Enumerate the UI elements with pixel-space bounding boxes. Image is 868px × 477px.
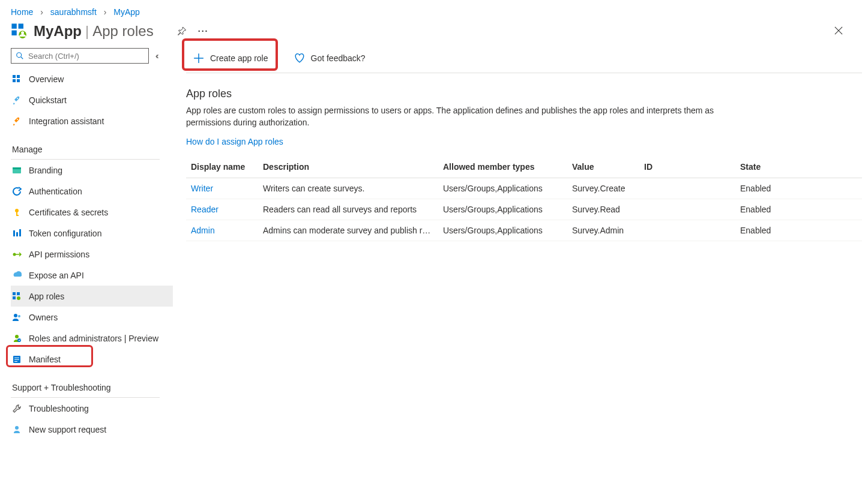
app-registration-icon (11, 23, 28, 40)
svg-rect-10 (17, 79, 20, 82)
rocket-blue-icon (12, 95, 22, 105)
search-icon (16, 52, 24, 60)
page-title-app: MyApp (34, 23, 82, 40)
roles-admin-icon (12, 334, 22, 343)
breadcrumb-app[interactable]: MyApp (113, 7, 140, 17)
sidebar-item-owners[interactable]: Owners (11, 307, 173, 328)
rocket-orange-icon (12, 116, 22, 126)
col-value[interactable]: Value (567, 158, 639, 178)
sidebar-item-label: Troubleshooting (29, 404, 89, 413)
key-icon (12, 208, 22, 217)
table-row[interactable]: Writer Writers can create surveys. Users… (186, 178, 862, 199)
svg-point-34 (15, 426, 19, 430)
col-id[interactable]: ID (639, 158, 735, 178)
cell-member-types: Users/Groups,Applications (438, 199, 567, 220)
sidebar-item-label: Manifest (29, 355, 61, 364)
svg-point-25 (17, 296, 20, 300)
close-icon[interactable] (834, 25, 843, 38)
search-input[interactable] (11, 48, 149, 64)
breadcrumb: Home › saurabhmsft › MyApp (0, 0, 868, 20)
create-app-role-button[interactable]: Create app role (186, 48, 276, 68)
support-icon (12, 425, 22, 434)
col-display-name[interactable]: Display name (186, 158, 258, 178)
role-link[interactable]: Reader (191, 205, 219, 214)
sidebar-item-integration[interactable]: Integration assistant (11, 110, 173, 131)
breadcrumb-user[interactable]: saurabhmsft (50, 7, 97, 17)
sidebar-item-troubleshooting[interactable]: Troubleshooting (11, 398, 173, 419)
sidebar-item-api-permissions[interactable]: API permissions (11, 244, 173, 265)
col-state[interactable]: State (735, 158, 862, 178)
troubleshoot-icon (12, 404, 22, 413)
sidebar-item-label: App roles (29, 292, 64, 301)
sidebar-item-expose-api[interactable]: Expose an API (11, 265, 173, 286)
content-description: App roles are custom roles to assign per… (186, 105, 720, 128)
help-link[interactable]: How do I assign App roles (186, 137, 283, 146)
cell-member-types: Users/Groups,Applications (438, 220, 567, 241)
sidebar-item-quickstart[interactable]: Quickstart (11, 89, 173, 110)
svg-point-11 (17, 98, 18, 99)
cell-id (639, 178, 735, 199)
create-app-role-label: Create app role (210, 53, 268, 63)
sidebar-item-label: Overview (29, 74, 64, 84)
sidebar-item-label: New support request (29, 425, 106, 434)
svg-rect-23 (17, 292, 20, 295)
svg-point-12 (17, 119, 18, 120)
svg-rect-24 (13, 296, 16, 299)
col-member-types[interactable]: Allowed member types (438, 158, 567, 178)
table-row[interactable]: Admin Admins can moderate survey and pub… (186, 220, 862, 241)
app-roles-table: Display name Description Allowed member … (186, 158, 862, 241)
cell-state: Enabled (735, 199, 862, 220)
cell-description: Writers can create surveys. (258, 178, 438, 199)
breadcrumb-sep: › (104, 7, 107, 17)
table-row[interactable]: Reader Readers can read all surveys and … (186, 199, 862, 220)
cell-state: Enabled (735, 220, 862, 241)
page-title-page: App roles (92, 23, 153, 40)
svg-rect-20 (19, 229, 21, 236)
heart-icon (294, 53, 305, 64)
svg-point-21 (13, 253, 16, 256)
svg-point-27 (18, 315, 20, 317)
sidebar-item-token[interactable]: Token configuration (11, 223, 173, 244)
svg-point-28 (15, 335, 19, 338)
svg-point-4 (21, 31, 24, 34)
svg-rect-0 (11, 23, 16, 28)
sidebar-item-label: Roles and administrators | Preview (29, 334, 158, 343)
sidebar-item-label: Quickstart (29, 95, 67, 105)
sidebar-item-label: Expose an API (29, 271, 84, 280)
sidebar-item-branding[interactable]: Branding (11, 160, 173, 181)
sidebar-item-authentication[interactable]: Authentication (11, 181, 173, 202)
overview-icon (12, 74, 22, 84)
svg-rect-22 (13, 292, 16, 295)
feedback-button[interactable]: Got feedback? (287, 48, 373, 68)
sidebar-item-manifest[interactable]: Manifest (11, 349, 173, 370)
svg-rect-7 (13, 75, 16, 78)
cell-member-types: Users/Groups,Applications (438, 178, 567, 199)
more-icon[interactable]: ··· (198, 26, 209, 37)
sidebar-item-support-request[interactable]: New support request (11, 419, 173, 440)
sidebar-item-label: API permissions (29, 250, 89, 259)
content-heading: App roles (186, 88, 862, 100)
sidebar-item-label: Token configuration (29, 229, 101, 238)
expose-api-icon (12, 271, 22, 280)
pin-icon[interactable] (176, 26, 187, 37)
manifest-icon (12, 355, 22, 364)
page-title-sep: | (85, 23, 89, 40)
col-description[interactable]: Description (258, 158, 438, 178)
sidebar-item-app-roles[interactable]: App roles (11, 286, 173, 307)
sidebar-item-certificates[interactable]: Certificates & secrets (11, 202, 173, 223)
branding-icon (12, 166, 22, 175)
sidebar-item-label: Branding (29, 166, 62, 175)
sidebar-item-roles-admin[interactable]: Roles and administrators | Preview (11, 328, 173, 349)
svg-rect-33 (14, 361, 17, 362)
svg-point-5 (17, 53, 22, 58)
cell-value: Survey.Create (567, 178, 639, 199)
role-link[interactable]: Writer (191, 184, 213, 193)
sidebar-group-support: Support + Troubleshooting (11, 370, 160, 398)
svg-rect-17 (16, 215, 19, 216)
role-link[interactable]: Admin (191, 226, 215, 235)
svg-rect-1 (19, 23, 23, 28)
sidebar-item-overview[interactable]: Overview (11, 68, 173, 89)
plus-icon (193, 53, 204, 64)
breadcrumb-home[interactable]: Home (11, 7, 33, 17)
cell-id (639, 199, 735, 220)
